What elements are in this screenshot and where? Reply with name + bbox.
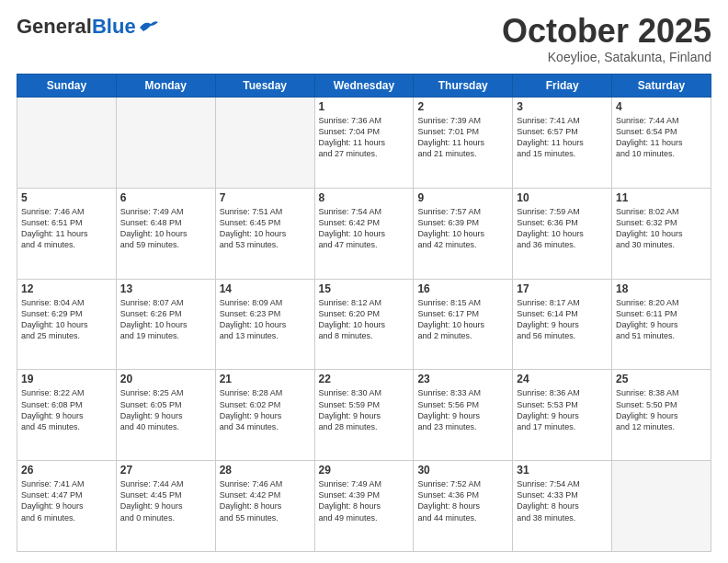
calendar-cell: 20Sunrise: 8:25 AMSunset: 6:05 PMDayligh… (116, 370, 215, 461)
weekday-header-tuesday: Tuesday (215, 75, 314, 98)
cell-details: Sunrise: 8:15 AMSunset: 6:17 PMDaylight:… (417, 297, 508, 342)
calendar-week-4: 19Sunrise: 8:22 AMSunset: 6:08 PMDayligh… (17, 370, 711, 461)
day-number: 1 (319, 100, 410, 113)
cell-details: Sunrise: 7:54 AMSunset: 6:42 PMDaylight:… (319, 206, 410, 251)
calendar-cell: 10Sunrise: 7:59 AMSunset: 6:36 PMDayligh… (513, 188, 612, 279)
cell-details: Sunrise: 8:07 AMSunset: 6:26 PMDaylight:… (120, 297, 211, 342)
calendar-cell: 3Sunrise: 7:41 AMSunset: 6:57 PMDaylight… (513, 98, 612, 189)
cell-details: Sunrise: 7:41 AMSunset: 4:47 PMDaylight:… (21, 478, 112, 523)
day-number: 25 (616, 373, 707, 385)
calendar-cell: 31Sunrise: 7:54 AMSunset: 4:33 PMDayligh… (513, 461, 612, 552)
calendar-cell: 12Sunrise: 8:04 AMSunset: 6:29 PMDayligh… (17, 279, 117, 370)
calendar-week-5: 26Sunrise: 7:41 AMSunset: 4:47 PMDayligh… (17, 461, 711, 552)
calendar-cell: 14Sunrise: 8:09 AMSunset: 6:23 PMDayligh… (215, 279, 314, 370)
calendar-cell: 5Sunrise: 7:46 AMSunset: 6:51 PMDaylight… (17, 188, 117, 279)
logo-general: General (17, 15, 92, 38)
day-number: 14 (220, 282, 311, 295)
day-number: 19 (21, 373, 112, 385)
day-number: 27 (120, 464, 211, 477)
cell-details: Sunrise: 8:25 AMSunset: 6:05 PMDaylight:… (120, 387, 211, 432)
cell-details: Sunrise: 8:36 AMSunset: 5:53 PMDaylight:… (517, 387, 608, 432)
weekday-header-saturday: Saturday (612, 75, 711, 98)
cell-details: Sunrise: 8:38 AMSunset: 5:50 PMDaylight:… (616, 387, 707, 432)
day-number: 29 (319, 464, 410, 477)
calendar-week-2: 5Sunrise: 7:46 AMSunset: 6:51 PMDaylight… (17, 188, 711, 279)
cell-details: Sunrise: 8:28 AMSunset: 6:02 PMDaylight:… (220, 387, 311, 432)
day-number: 24 (517, 373, 608, 385)
calendar-cell: 28Sunrise: 7:46 AMSunset: 4:42 PMDayligh… (215, 461, 314, 552)
calendar-cell: 9Sunrise: 7:57 AMSunset: 6:39 PMDaylight… (414, 188, 513, 279)
day-number: 8 (319, 191, 410, 204)
calendar-cell: 7Sunrise: 7:51 AMSunset: 6:45 PMDaylight… (215, 188, 314, 279)
day-number: 7 (220, 191, 311, 204)
calendar-cell (116, 98, 215, 189)
calendar-cell: 11Sunrise: 8:02 AMSunset: 6:32 PMDayligh… (612, 188, 711, 279)
title-block: October 2025 Koeylioe, Satakunta, Finlan… (502, 15, 711, 64)
calendar-cell (215, 98, 314, 189)
calendar-cell: 4Sunrise: 7:44 AMSunset: 6:54 PMDaylight… (612, 98, 711, 189)
cell-details: Sunrise: 7:51 AMSunset: 6:45 PMDaylight:… (220, 206, 311, 251)
calendar-cell: 17Sunrise: 8:17 AMSunset: 6:14 PMDayligh… (513, 279, 612, 370)
calendar-cell: 2Sunrise: 7:39 AMSunset: 7:01 PMDaylight… (414, 98, 513, 189)
calendar-cell: 6Sunrise: 7:49 AMSunset: 6:48 PMDaylight… (116, 188, 215, 279)
calendar-cell: 27Sunrise: 7:44 AMSunset: 4:45 PMDayligh… (116, 461, 215, 552)
calendar-cell: 13Sunrise: 8:07 AMSunset: 6:26 PMDayligh… (116, 279, 215, 370)
calendar-cell: 19Sunrise: 8:22 AMSunset: 6:08 PMDayligh… (17, 370, 117, 461)
cell-details: Sunrise: 7:49 AMSunset: 4:39 PMDaylight:… (319, 478, 410, 523)
header: GeneralBlue October 2025 Koeylioe, Satak… (17, 15, 711, 64)
cell-details: Sunrise: 8:20 AMSunset: 6:11 PMDaylight:… (616, 297, 707, 342)
calendar-week-1: 1Sunrise: 7:36 AMSunset: 7:04 PMDaylight… (17, 98, 711, 189)
calendar-cell: 21Sunrise: 8:28 AMSunset: 6:02 PMDayligh… (215, 370, 314, 461)
weekday-header-sunday: Sunday (17, 75, 117, 98)
calendar-cell: 30Sunrise: 7:52 AMSunset: 4:36 PMDayligh… (414, 461, 513, 552)
day-number: 2 (417, 100, 508, 113)
day-number: 16 (417, 282, 508, 295)
cell-details: Sunrise: 7:41 AMSunset: 6:57 PMDaylight:… (517, 115, 608, 160)
logo-blue: Blue (92, 15, 136, 38)
day-number: 30 (417, 464, 508, 477)
day-number: 3 (517, 100, 608, 113)
weekday-header-thursday: Thursday (414, 75, 513, 98)
cell-details: Sunrise: 7:49 AMSunset: 6:48 PMDaylight:… (120, 206, 211, 251)
logo-general-text: GeneralBlue (17, 15, 136, 39)
day-number: 15 (319, 282, 410, 295)
calendar-table: SundayMondayTuesdayWednesdayThursdayFrid… (17, 74, 711, 552)
calendar-cell (17, 98, 117, 189)
cell-details: Sunrise: 7:59 AMSunset: 6:36 PMDaylight:… (517, 206, 608, 251)
day-number: 21 (220, 373, 311, 385)
weekday-header-monday: Monday (116, 75, 215, 98)
day-number: 23 (417, 373, 508, 385)
weekday-header-friday: Friday (513, 75, 612, 98)
calendar-cell: 29Sunrise: 7:49 AMSunset: 4:39 PMDayligh… (314, 461, 414, 552)
day-number: 22 (319, 373, 410, 385)
day-number: 12 (21, 282, 112, 295)
weekday-header-wednesday: Wednesday (314, 75, 414, 98)
cell-details: Sunrise: 7:57 AMSunset: 6:39 PMDaylight:… (417, 206, 508, 251)
weekday-header-row: SundayMondayTuesdayWednesdayThursdayFrid… (17, 75, 711, 98)
day-number: 6 (120, 191, 211, 204)
cell-details: Sunrise: 8:12 AMSunset: 6:20 PMDaylight:… (319, 297, 410, 342)
cell-details: Sunrise: 7:46 AMSunset: 4:42 PMDaylight:… (220, 478, 311, 523)
logo-bird-icon (138, 18, 158, 35)
cell-details: Sunrise: 7:46 AMSunset: 6:51 PMDaylight:… (21, 206, 112, 251)
day-number: 17 (517, 282, 608, 295)
page: GeneralBlue October 2025 Koeylioe, Satak… (0, 0, 728, 563)
cell-details: Sunrise: 8:30 AMSunset: 5:59 PMDaylight:… (319, 387, 410, 432)
day-number: 4 (616, 100, 707, 113)
day-number: 26 (21, 464, 112, 477)
calendar-cell: 23Sunrise: 8:33 AMSunset: 5:56 PMDayligh… (414, 370, 513, 461)
day-number: 31 (517, 464, 608, 477)
calendar-cell: 1Sunrise: 7:36 AMSunset: 7:04 PMDaylight… (314, 98, 414, 189)
calendar-cell (612, 461, 711, 552)
calendar-cell: 22Sunrise: 8:30 AMSunset: 5:59 PMDayligh… (314, 370, 414, 461)
logo: GeneralBlue (17, 15, 158, 39)
cell-details: Sunrise: 8:02 AMSunset: 6:32 PMDaylight:… (616, 206, 707, 251)
day-number: 13 (120, 282, 211, 295)
day-number: 9 (417, 191, 508, 204)
cell-details: Sunrise: 7:44 AMSunset: 6:54 PMDaylight:… (616, 115, 707, 160)
calendar-cell: 15Sunrise: 8:12 AMSunset: 6:20 PMDayligh… (314, 279, 414, 370)
day-number: 11 (616, 191, 707, 204)
cell-details: Sunrise: 8:04 AMSunset: 6:29 PMDaylight:… (21, 297, 112, 342)
day-number: 5 (21, 191, 112, 204)
cell-details: Sunrise: 7:54 AMSunset: 4:33 PMDaylight:… (517, 478, 608, 523)
